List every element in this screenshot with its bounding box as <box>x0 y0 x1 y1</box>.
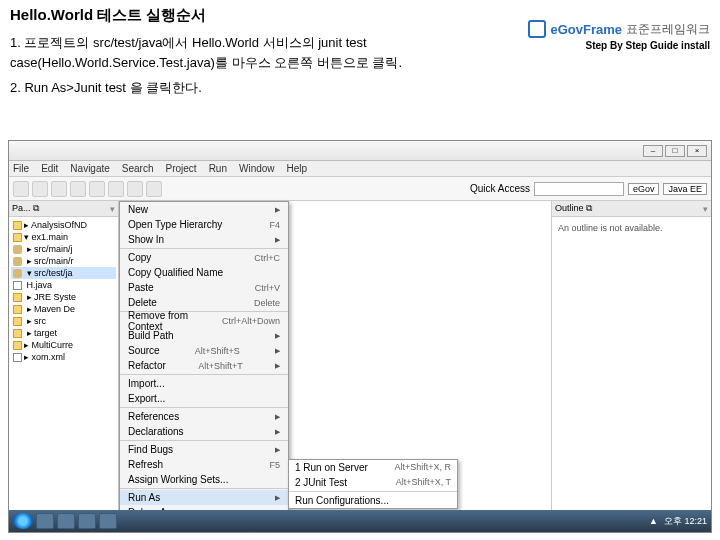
runas-submenu[interactable]: 1 Run on ServerAlt+Shift+X, R2 JUnit Tes… <box>288 459 458 509</box>
perspective-javaee[interactable]: Java EE <box>663 183 707 195</box>
tray-flag-icon[interactable]: ▲ <box>649 516 658 526</box>
step-2: 2. Run As>Junit test 을 클릭한다. <box>10 78 430 98</box>
eclipse-window: – □ × FileEditNavigateSearchProjectRunWi… <box>8 140 712 533</box>
fold-icon <box>13 341 22 350</box>
logo-brand: eGovFrame <box>550 22 622 37</box>
tree-item[interactable]: H.java <box>11 279 116 291</box>
tree-item[interactable]: ▸ MultiCurre <box>11 339 116 351</box>
tree-item[interactable]: ▸ src/main/r <box>11 255 116 267</box>
file-icon <box>13 281 22 290</box>
context-menu[interactable]: NewOpen Type HierarchyF4Show InCopyCtrl+… <box>119 201 289 533</box>
menu-file[interactable]: File <box>13 163 29 174</box>
runas--run-on-server[interactable]: 1 Run on ServerAlt+Shift+X, R <box>289 460 457 475</box>
minimize-icon[interactable]: – <box>643 145 663 157</box>
quick-access-label: Quick Access <box>470 183 530 194</box>
toolbar-button[interactable] <box>51 181 67 197</box>
fold-icon <box>13 305 22 314</box>
outline-view[interactable]: Outline ⧉▾ An outline is not available. <box>551 201 711 511</box>
ctx-export-[interactable]: Export... <box>120 391 288 406</box>
fold-icon <box>13 317 22 326</box>
taskbar-app-icon[interactable] <box>36 513 54 529</box>
taskbar-app-icon[interactable] <box>78 513 96 529</box>
left-tab-label[interactable]: Pa... ⧉ <box>12 203 39 214</box>
toolbar-button[interactable] <box>70 181 86 197</box>
ctx-delete[interactable]: DeleteDelete <box>120 295 288 310</box>
window-titlebar[interactable]: – □ × <box>9 141 711 161</box>
menu-edit[interactable]: Edit <box>41 163 58 174</box>
toolbar-button[interactable] <box>108 181 124 197</box>
ctx-source[interactable]: SourceAlt+Shift+S <box>120 343 288 358</box>
tree-item[interactable]: ▸ AnalysisOfND <box>11 219 116 231</box>
fold-icon <box>13 233 22 242</box>
logo-kr: 표준프레임워크 <box>626 21 710 38</box>
slide-subtitle: Step By Step Guide install <box>528 40 710 51</box>
ctx-references[interactable]: References <box>120 409 288 424</box>
ctx-import-[interactable]: Import... <box>120 376 288 391</box>
tree-item[interactable]: ▸ src <box>11 315 116 327</box>
fold-icon <box>13 329 22 338</box>
taskbar-app-icon[interactable] <box>99 513 117 529</box>
runas--junit-test[interactable]: 2 JUnit TestAlt+Shift+X, T <box>289 475 457 490</box>
ctx-refactor[interactable]: RefactorAlt+Shift+T <box>120 358 288 373</box>
toolbar-button[interactable] <box>32 181 48 197</box>
tree-item[interactable]: ▸ Maven De <box>11 303 116 315</box>
ctx-refresh[interactable]: RefreshF5 <box>120 457 288 472</box>
logo-block: eGovFrame 표준프레임워크 Step By Step Guide ins… <box>528 20 710 51</box>
taskbar-app-icon[interactable] <box>57 513 75 529</box>
tree-item[interactable]: ▸ src/main/j <box>11 243 116 255</box>
menu-navigate[interactable]: Navigate <box>70 163 109 174</box>
toolbar-button[interactable] <box>127 181 143 197</box>
toolbar-button[interactable] <box>89 181 105 197</box>
fold-icon <box>13 221 22 230</box>
menu-help[interactable]: Help <box>287 163 308 174</box>
file-icon <box>13 353 22 362</box>
menu-search[interactable]: Search <box>122 163 154 174</box>
menu-window[interactable]: Window <box>239 163 275 174</box>
pkg-icon <box>13 269 22 278</box>
outline-empty-message: An outline is not available. <box>552 217 711 239</box>
pkg-icon <box>13 245 22 254</box>
close-icon[interactable]: × <box>687 145 707 157</box>
pkg-icon <box>13 257 22 266</box>
tree-item[interactable]: ▾ ex1.main <box>11 231 116 243</box>
step-1: 1. 프로젝트의 src/test/java에서 Hello.World 서비스… <box>10 33 430 72</box>
ctx-copy-qualified-name[interactable]: Copy Qualified Name <box>120 265 288 280</box>
toolbar-button[interactable] <box>13 181 29 197</box>
menu-project[interactable]: Project <box>166 163 197 174</box>
menu-bar[interactable]: FileEditNavigateSearchProjectRunWindowHe… <box>9 161 711 177</box>
ctx-find-bugs[interactable]: Find Bugs <box>120 442 288 457</box>
tray-clock[interactable]: 오후 12:21 <box>664 515 707 528</box>
ctx-remove-from-context[interactable]: Remove from ContextCtrl+Alt+Down <box>120 313 288 328</box>
tree-item[interactable]: ▸ xom.xml <box>11 351 116 363</box>
perspective-egov[interactable]: eGov <box>628 183 660 195</box>
fold-icon <box>13 293 22 302</box>
toolbar-button[interactable] <box>146 181 162 197</box>
ctx-paste[interactable]: PasteCtrl+V <box>120 280 288 295</box>
tree-item[interactable]: ▸ JRE Syste <box>11 291 116 303</box>
ctx-run-as[interactable]: Run As <box>120 490 288 505</box>
panel-menu-icon[interactable]: ▾ <box>703 204 708 214</box>
ctx-show-in[interactable]: Show In <box>120 232 288 247</box>
ctx-assign-working-sets-[interactable]: Assign Working Sets... <box>120 472 288 487</box>
package-explorer[interactable]: Pa... ⧉▾ ▸ AnalysisOfND▾ ex1.main ▸ src/… <box>9 201 119 511</box>
quick-access-input[interactable] <box>534 182 624 196</box>
tree-item[interactable]: ▾ src/test/ja <box>11 267 116 279</box>
ctx-new[interactable]: New <box>120 202 288 217</box>
windows-taskbar[interactable]: ▲ 오후 12:21 <box>9 510 711 532</box>
ctx-declarations[interactable]: Declarations <box>120 424 288 439</box>
right-tab-label[interactable]: Outline ⧉ <box>555 203 592 214</box>
editor-area: NewOpen Type HierarchyF4Show InCopyCtrl+… <box>119 201 551 511</box>
panel-menu-icon[interactable]: ▾ <box>110 204 115 214</box>
toolbar[interactable]: Quick Access eGov Java EE <box>9 177 711 201</box>
maximize-icon[interactable]: □ <box>665 145 685 157</box>
tree-item[interactable]: ▸ target <box>11 327 116 339</box>
ctx-open-type-hierarchy[interactable]: Open Type HierarchyF4 <box>120 217 288 232</box>
start-button-icon[interactable] <box>13 513 33 529</box>
egov-logo-icon <box>528 20 546 38</box>
menu-run[interactable]: Run <box>209 163 227 174</box>
runas-run-configurations-[interactable]: Run Configurations... <box>289 493 457 508</box>
ctx-copy[interactable]: CopyCtrl+C <box>120 250 288 265</box>
